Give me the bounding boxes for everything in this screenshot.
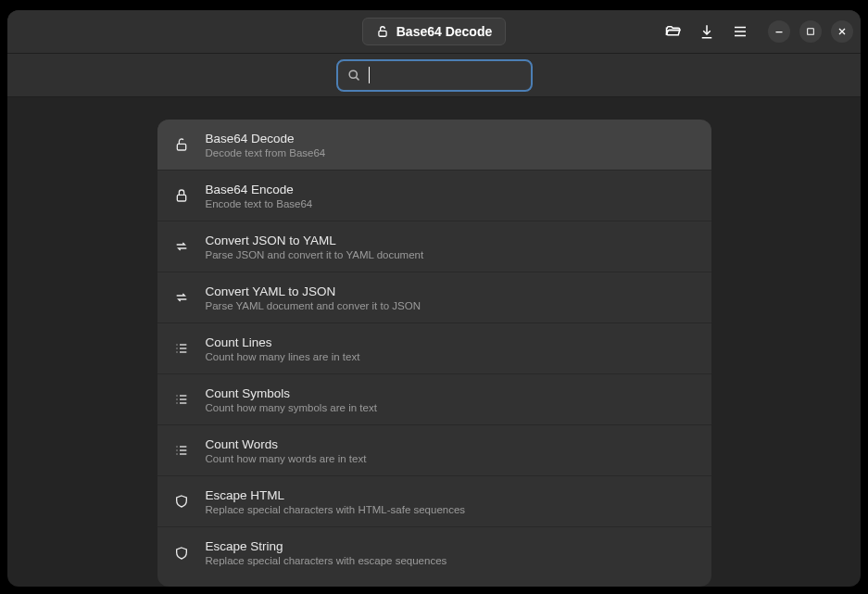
tool-list: Base64 DecodeDecode text from Base64Base… [157, 120, 711, 587]
searchbar [7, 54, 861, 97]
tool-title: Escape String [206, 539, 447, 553]
tool-description: Parse JSON and convert it to YAML docume… [206, 249, 424, 260]
tool-description: Replace special characters with HTML-saf… [206, 504, 466, 515]
search-icon [347, 69, 361, 82]
text-caret [369, 67, 370, 83]
window-title: Base64 Decode [396, 24, 493, 39]
window-controls [768, 20, 853, 43]
close-icon [837, 26, 848, 37]
close-button[interactable] [831, 20, 853, 43]
tool-text: Escape HTMLReplace special characters wi… [206, 488, 466, 515]
tool-description: Count how many words are in text [206, 453, 367, 464]
minimize-button[interactable] [768, 20, 790, 43]
tool-title: Base64 Encode [206, 183, 313, 196]
unlock-icon [376, 25, 389, 38]
tool-description: Count how many symbols are in text [206, 402, 377, 413]
tool-text: Escape StringReplace special characters … [206, 539, 447, 566]
lock-icon [172, 186, 191, 205]
tool-description: Count how many lines are in text [206, 351, 360, 362]
download-icon [698, 23, 715, 40]
tool-title: Convert JSON to YAML [206, 234, 424, 247]
search-input[interactable] [376, 68, 521, 82]
download-button[interactable] [694, 19, 720, 44]
maximize-icon [806, 27, 815, 36]
list-icon [172, 339, 191, 358]
list-icon [172, 390, 191, 409]
tool-text: Count SymbolsCount how many symbols are … [206, 386, 377, 413]
tool-text: Convert YAML to JSONParse YAML document … [206, 284, 421, 311]
svg-point-2 [349, 70, 357, 78]
swap-icon [172, 288, 191, 307]
tool-title: Base64 Decode [206, 132, 326, 145]
app-window: Base64 Decode [7, 10, 861, 587]
list-icon [172, 441, 191, 460]
tool-description: Parse YAML document and conver it to JSO… [206, 300, 421, 311]
maximize-button[interactable] [799, 20, 822, 43]
tool-text: Count LinesCount how many lines are in t… [206, 335, 360, 362]
tool-item[interactable]: Convert YAML to JSONParse YAML document … [157, 272, 711, 323]
tool-title: Convert YAML to JSON [206, 284, 421, 298]
tool-item[interactable]: Count LinesCount how many lines are in t… [157, 323, 711, 374]
tool-title: Count Symbols [206, 386, 377, 400]
tool-item[interactable]: Convert JSON to YAMLParse JSON and conve… [157, 221, 711, 272]
minimize-icon [774, 26, 785, 37]
folder-open-icon [665, 23, 682, 40]
tool-title: Count Lines [206, 335, 360, 349]
tool-text: Base64 DecodeDecode text from Base64 [206, 132, 326, 158]
tool-title: Escape HTML [206, 488, 466, 502]
tool-text: Base64 EncodeEncode text to Base64 [206, 183, 313, 209]
title-badge[interactable]: Base64 Decode [362, 18, 507, 45]
tool-text: Count WordsCount how many words are in t… [206, 437, 367, 464]
tool-item[interactable]: Escape HTMLReplace special characters wi… [157, 476, 711, 527]
tool-item[interactable]: Escape StringReplace special characters … [157, 527, 711, 578]
tool-text: Convert JSON to YAMLParse JSON and conve… [206, 234, 424, 260]
tool-description: Replace special characters with escape s… [206, 555, 447, 566]
titlebar: Base64 Decode [7, 10, 861, 54]
tool-item[interactable]: Base64 DecodeDecode text from Base64 [157, 120, 711, 171]
content-area: Base64 DecodeDecode text from Base64Base… [7, 97, 861, 587]
svg-rect-3 [177, 144, 185, 150]
search-field-wrap[interactable] [336, 59, 533, 92]
shield-icon [172, 492, 191, 511]
tool-description: Decode text from Base64 [206, 147, 326, 158]
svg-rect-1 [808, 29, 814, 35]
tool-item[interactable]: Count SymbolsCount how many symbols are … [157, 374, 711, 425]
open-button[interactable] [660, 19, 686, 44]
hamburger-icon [732, 23, 748, 40]
tool-description: Encode text to Base64 [206, 198, 313, 209]
shield-icon [172, 544, 191, 562]
titlebar-right [660, 19, 853, 44]
menu-button[interactable] [727, 19, 753, 44]
svg-rect-0 [379, 31, 386, 36]
tool-item[interactable]: Base64 EncodeEncode text to Base64 [157, 171, 711, 221]
unlock-icon [172, 135, 191, 154]
tool-item[interactable]: Count WordsCount how many words are in t… [157, 425, 711, 476]
swap-icon [172, 237, 191, 256]
tool-title: Count Words [206, 437, 367, 451]
svg-rect-4 [177, 195, 185, 201]
